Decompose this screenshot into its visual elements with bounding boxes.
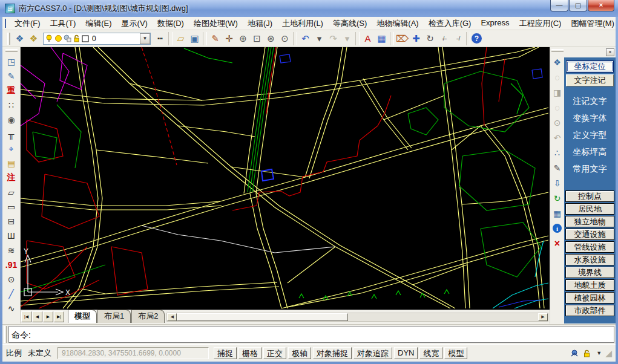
close-button[interactable]: × xyxy=(588,0,614,11)
panel-button[interactable]: 境界线 xyxy=(565,267,614,278)
slope-line-icon[interactable]: ╱ xyxy=(4,287,19,301)
menu-item[interactable]: 工具(T) xyxy=(45,17,81,30)
rotate-icon[interactable]: ↻ xyxy=(423,32,437,45)
break-line-icon[interactable]: -/-- xyxy=(437,32,451,45)
save-export-icon[interactable]: ⇩ xyxy=(551,175,564,190)
panel-button[interactable]: 控制点 xyxy=(565,190,614,202)
zoom-window-icon[interactable]: ⊡ xyxy=(250,32,264,45)
open-file-icon[interactable]: ▱ xyxy=(174,32,188,45)
move-icon[interactable]: ✚ xyxy=(409,32,423,45)
status-toggle-button[interactable]: 线宽 xyxy=(419,347,442,359)
layer-manager-icon[interactable]: ❖ xyxy=(13,32,27,45)
zoom-previous-icon[interactable]: ⊙ xyxy=(278,32,292,45)
panel-link[interactable]: 定义字型 xyxy=(564,126,616,143)
panel-button[interactable]: 水系设施 xyxy=(565,254,614,265)
zoom-disabled-icon[interactable]: ◌ xyxy=(551,70,564,85)
status-toggle-button[interactable]: 对象捕捉 xyxy=(313,347,352,359)
right-toolbar-grip[interactable] xyxy=(551,49,564,52)
panel-button[interactable]: 管线设施 xyxy=(565,241,614,253)
orbit-refresh-icon[interactable]: ↻ xyxy=(551,190,564,206)
menu-item[interactable]: 地物编辑(A) xyxy=(372,17,423,30)
zoom-extents-icon[interactable]: ⊛ xyxy=(264,32,278,45)
menu-item[interactable]: 显示(V) xyxy=(117,17,153,30)
layer-combo-dropdown[interactable]: ▼ xyxy=(140,33,150,44)
horizontal-scrollbar[interactable]: ◀ ▶ xyxy=(166,313,548,322)
text-annotation-button[interactable]: 文字注记 xyxy=(566,74,614,86)
edit-annotation-icon[interactable]: ✎ xyxy=(4,69,19,83)
status-toggle-button[interactable]: DYN xyxy=(394,347,418,359)
redo-dropdown-icon[interactable]: ▾ xyxy=(340,32,354,45)
tab-last-button[interactable]: ▶| xyxy=(54,311,64,322)
menu-item[interactable]: 土地利用(L) xyxy=(277,17,328,30)
toolbar-lock-icon[interactable] xyxy=(580,348,593,359)
pan-hand-icon[interactable]: ✛ xyxy=(222,32,236,45)
status-toggle-button[interactable]: 正交 xyxy=(263,347,286,359)
status-dropdown-icon[interactable]: ▼ xyxy=(596,350,602,356)
communication-center-icon[interactable] xyxy=(568,348,580,359)
command-window-grip[interactable] xyxy=(4,326,7,343)
edit-tools-icon[interactable]: ✎ xyxy=(551,160,564,175)
status-toggle-button[interactable]: 模型 xyxy=(444,347,467,359)
layout-tab[interactable]: 布局2 xyxy=(131,310,165,323)
linetype-icon[interactable]: ┅ xyxy=(153,32,167,45)
point-tools-icon[interactable]: ∴ xyxy=(551,145,564,160)
delete-red-x-icon[interactable]: × xyxy=(551,236,564,251)
status-toggle-button[interactable]: 栅格 xyxy=(238,347,261,359)
fence-icon[interactable]: Ш xyxy=(4,229,19,243)
resize-grip[interactable]: ◢ xyxy=(605,348,612,358)
circle-point-icon[interactable]: ⊙ xyxy=(4,272,19,287)
trim-line-icon[interactable]: --/ xyxy=(451,32,465,45)
zoom-realtime-icon[interactable]: ⊕ xyxy=(236,32,250,45)
polygon-icon[interactable]: ▱ xyxy=(4,185,19,200)
layers-icon[interactable]: ❖ xyxy=(551,54,564,70)
tab-next-button[interactable]: ▶ xyxy=(43,311,53,322)
panel-button[interactable]: 地貌土质 xyxy=(565,279,614,291)
status-toggle-button[interactable]: 捕捉 xyxy=(214,347,237,359)
layer-combo[interactable]: 0 ▼ xyxy=(43,33,151,45)
command-input[interactable]: 命令: xyxy=(8,326,614,343)
query-annotation-icon[interactable]: ◳ xyxy=(4,54,19,69)
coordinate-locate-button[interactable]: 坐标定位 xyxy=(566,60,614,73)
panel-button[interactable]: 植被园林 xyxy=(565,292,614,304)
elevation-point-icon[interactable]: .91 xyxy=(4,258,19,272)
drawing-canvas[interactable]: XY xyxy=(21,47,550,310)
help-icon[interactable]: ? xyxy=(472,33,482,44)
search-disabled-icon[interactable]: ◌ xyxy=(551,100,564,115)
menu-item[interactable]: 数据(D) xyxy=(153,17,189,30)
text-style-icon[interactable]: A xyxy=(361,32,375,45)
scroll-right-icon[interactable]: ▶ xyxy=(538,313,548,321)
undo-icon[interactable]: ↶ xyxy=(298,32,312,45)
tab-first-button[interactable]: |◀ xyxy=(21,311,31,322)
section-icon[interactable]: ╥ xyxy=(4,127,19,141)
copy-disabled-icon[interactable]: ◨ xyxy=(551,85,564,100)
point-grid-icon[interactable]: ∷ xyxy=(4,98,19,112)
annotate-symbol-icon[interactable]: 注 xyxy=(4,171,19,185)
layout-tab[interactable]: 模型 xyxy=(68,310,97,323)
panel-button[interactable]: 市政部件 xyxy=(565,305,614,316)
toolbar-grip[interactable] xyxy=(7,33,10,45)
status-toggle-button[interactable]: 极轴 xyxy=(288,347,311,359)
ruler-measure-icon[interactable]: ▤ xyxy=(4,156,19,171)
scrollbar-thumb[interactable] xyxy=(177,313,348,321)
redraw-symbol-icon[interactable]: 重 xyxy=(4,83,19,98)
menu-item[interactable]: 检查入库(G) xyxy=(424,17,476,30)
info-icon[interactable]: i xyxy=(551,221,564,236)
menu-item[interactable]: 地籍(J) xyxy=(243,17,277,30)
save-file-icon[interactable]: ▣ xyxy=(188,32,202,45)
panel-button[interactable]: 交通设施 xyxy=(565,229,614,240)
menu-item[interactable]: 等高线(S) xyxy=(328,17,372,30)
erase-icon[interactable]: ⌦ xyxy=(395,32,409,45)
panel-button[interactable]: 独立地物 xyxy=(565,216,614,227)
redraw-pencil-icon[interactable]: ✎ xyxy=(208,32,222,45)
tab-prev-button[interactable]: ◀ xyxy=(32,311,42,322)
undo-dropdown-icon[interactable]: ▾ xyxy=(312,32,326,45)
left-toolbar-grip[interactable] xyxy=(5,49,18,52)
scrollbar-track[interactable] xyxy=(348,313,538,321)
status-toggle-button[interactable]: 对象追踪 xyxy=(353,347,392,359)
panel-link[interactable]: 注记文字 xyxy=(564,93,616,109)
menu-item[interactable]: 绘图处理(W) xyxy=(189,17,243,30)
layout-tab[interactable]: 布局1 xyxy=(97,310,131,323)
layer-previous-icon[interactable]: ❖ xyxy=(27,32,41,45)
undo-disabled-icon[interactable]: ↶ xyxy=(551,130,564,145)
panel-close-icon[interactable]: × xyxy=(606,48,614,56)
